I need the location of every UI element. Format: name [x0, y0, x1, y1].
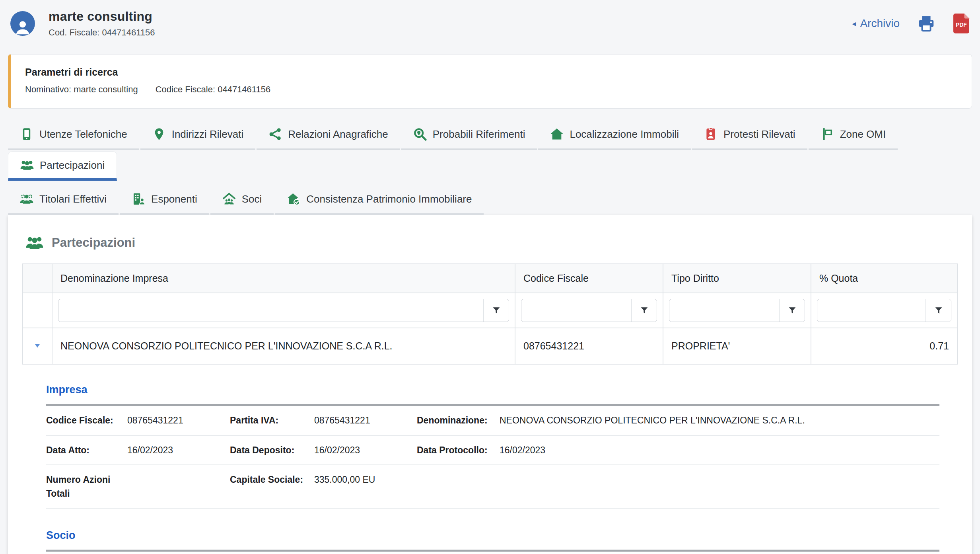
search-location-icon: [413, 127, 427, 141]
archivio-link[interactable]: ◂ Archivio: [852, 17, 900, 30]
users-icon: [20, 158, 34, 172]
printer-icon: [917, 14, 935, 33]
impresa-section-title: Impresa: [46, 384, 939, 396]
filter-button-tipo-diritto[interactable]: [779, 299, 805, 322]
search-params-card: Parametri di ricerca Nominativo: marte c…: [8, 54, 972, 109]
users-rings-icon: [20, 192, 33, 206]
pdf-file-icon: PDF: [953, 14, 970, 33]
funnel-icon: [640, 306, 649, 315]
column-header-expand: [23, 264, 52, 293]
cell-tipo-diritto: PROPRIETA': [663, 328, 811, 364]
cell-denominazione: NEONOVA CONSORZIO POLITECNICO PER L'INNO…: [52, 328, 515, 364]
funnel-icon: [788, 306, 797, 315]
cell-codice-fiscale: 08765431221: [515, 328, 663, 364]
tab-localizzazione-immobili[interactable]: Localizzazione Immobili: [538, 121, 691, 150]
company-name: marte consulting: [49, 9, 155, 24]
share-nodes-icon: [268, 127, 282, 141]
print-button[interactable]: [917, 14, 935, 33]
filter-input-quota[interactable]: [817, 299, 926, 322]
tab-titolari-effettivi[interactable]: Titolari Effettivi: [8, 185, 119, 215]
users-icon: [25, 234, 45, 252]
search-param-nominativo: Nominativo: marte consulting: [25, 84, 138, 95]
tab-zone-omi[interactable]: Zone OMI: [809, 121, 898, 150]
impresa-detail-table: Codice Fiscale:08765431221 Partita IVA:0…: [46, 404, 939, 509]
detail-row: Codice Fiscale:08765431221 Partita IVA:0…: [46, 406, 939, 436]
map-pin-icon: [152, 127, 166, 141]
socio-detail-table: Nominativo:marte consulting S.R.L. Codic…: [46, 550, 939, 554]
partecipazioni-table: Denominazione Impresa Codice Fiscale Tip…: [22, 263, 958, 365]
column-header-denominazione: Denominazione Impresa: [52, 264, 515, 293]
filter-button-quota[interactable]: [926, 299, 951, 322]
row-expand-toggle[interactable]: [23, 328, 52, 364]
column-header-tipo-diritto: Tipo Diritto: [663, 264, 811, 293]
filter-button-denominazione[interactable]: [483, 299, 509, 322]
archivio-label: Archivio: [860, 17, 900, 30]
tab-consistenza-patrimonio[interactable]: Consistenza Patrimonio Immobiliare: [275, 185, 484, 215]
building-user-icon: [132, 192, 145, 206]
company-fiscal-code: Cod. Fiscale: 04471461156: [49, 27, 155, 38]
chevron-down-icon: [34, 342, 41, 349]
tab-indirizzi-rilevati[interactable]: Indirizzi Rilevati: [140, 121, 256, 150]
filter-input-tipo-diritto[interactable]: [669, 299, 779, 322]
search-param-codice-fiscale: Codice Fiscale: 04471461156: [156, 84, 270, 95]
detail-row: Nominativo:marte consulting S.R.L. Codic…: [46, 552, 939, 554]
export-pdf-button[interactable]: PDF: [953, 14, 970, 33]
company-avatar: [10, 11, 35, 36]
person-icon: [14, 18, 32, 36]
filter-input-codice-fiscale[interactable]: [521, 299, 631, 322]
house-people-icon: [222, 192, 236, 206]
page-title: Partecipazioni: [52, 236, 135, 250]
column-header-codice-fiscale: Codice Fiscale: [515, 264, 663, 293]
detail-row: Data Atto:16/02/2023 Data Deposito:16/02…: [46, 436, 939, 466]
back-arrow-icon: ◂: [852, 19, 856, 28]
house-icon: [550, 127, 564, 141]
tab-partecipazioni[interactable]: Partecipazioni: [8, 151, 117, 181]
svg-text:PDF: PDF: [956, 22, 967, 28]
detail-row: Numero Azioni Totali Capitale Sociale:33…: [46, 465, 939, 509]
tab-bar: Utenze Telefoniche Indirizzi Rilevati Re…: [8, 121, 972, 215]
filter-input-denominazione[interactable]: [58, 299, 483, 322]
partecipazioni-panel: Partecipazioni Denominazione Impresa Cod…: [8, 215, 972, 554]
tab-probabili-riferimenti[interactable]: Probabili Riferimenti: [401, 121, 537, 150]
funnel-icon: [934, 306, 943, 315]
search-params-title: Parametri di ricerca: [25, 66, 957, 78]
top-bar: marte consulting Cod. Fiscale: 044714611…: [0, 0, 980, 47]
house-check-icon: [287, 192, 300, 206]
filter-button-codice-fiscale[interactable]: [631, 299, 657, 322]
table-row[interactable]: NEONOVA CONSORZIO POLITECNICO PER L'INNO…: [23, 328, 957, 364]
cell-quota: 0.71: [811, 328, 957, 364]
tab-protesti-rilevati[interactable]: Protesti Rilevati: [692, 121, 807, 150]
tab-soci[interactable]: Soci: [210, 185, 274, 215]
tab-esponenti[interactable]: Esponenti: [120, 185, 209, 215]
funnel-icon: [492, 306, 501, 315]
filter-cell-empty: [23, 293, 52, 328]
column-header-quota: % Quota: [811, 264, 957, 293]
mobile-icon: [20, 127, 33, 141]
sign-icon: [821, 127, 834, 141]
row-details: Impresa Codice Fiscale:08765431221 Parti…: [22, 365, 958, 554]
tab-utenze-telefoniche[interactable]: Utenze Telefoniche: [8, 121, 139, 150]
socio-section-title: Socio: [46, 529, 939, 542]
tab-relazioni-anagrafiche[interactable]: Relazioni Anagrafiche: [257, 121, 400, 150]
id-badge-icon: [704, 127, 718, 141]
